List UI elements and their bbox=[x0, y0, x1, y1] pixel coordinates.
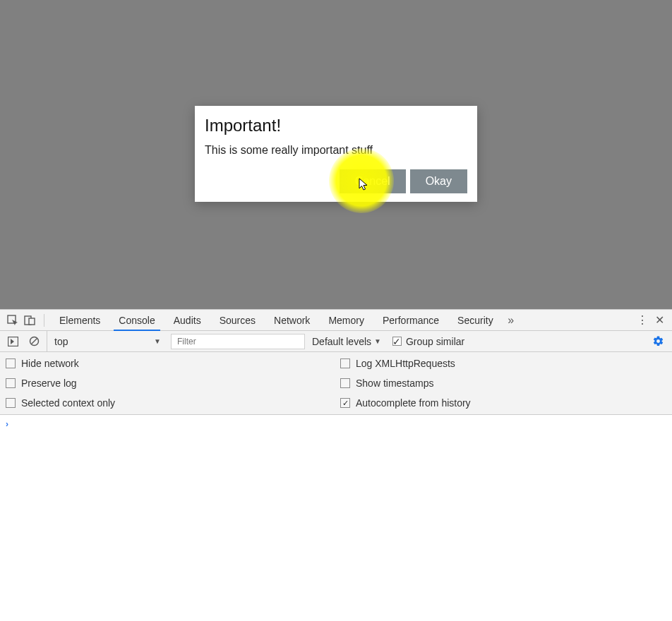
autocomplete-history-label: Autocomplete from history bbox=[356, 397, 471, 409]
filter-input[interactable] bbox=[171, 334, 305, 349]
okay-button[interactable]: Okay bbox=[410, 169, 467, 193]
close-devtools-icon[interactable]: ✕ bbox=[651, 312, 668, 329]
chevron-down-icon: ▼ bbox=[154, 337, 161, 345]
dialog-button-row: Cancel Okay bbox=[205, 169, 467, 193]
context-selector[interactable]: top ▼ bbox=[47, 331, 167, 351]
log-levels-selector[interactable]: Default levels ▼ bbox=[309, 336, 384, 347]
checkbox-icon bbox=[6, 358, 16, 368]
sidebar-toggle-icon[interactable] bbox=[4, 333, 21, 350]
tab-list: Elements Console Audits Sources Network … bbox=[50, 310, 503, 330]
tab-sources[interactable]: Sources bbox=[210, 310, 265, 330]
cancel-button[interactable]: Cancel bbox=[340, 169, 406, 193]
group-similar-label: Group similar bbox=[406, 336, 464, 347]
tab-performance[interactable]: Performance bbox=[373, 310, 448, 330]
tab-console[interactable]: Console bbox=[109, 310, 164, 330]
dialog-body-text: This is some really important stuff bbox=[205, 144, 467, 157]
page-viewport: Important! This is some really important… bbox=[0, 0, 672, 309]
preserve-log-label: Preserve log bbox=[21, 378, 77, 389]
settings-col-right: Log XMLHttpRequests Show timestamps Auto… bbox=[336, 358, 671, 409]
device-toolbar-icon[interactable] bbox=[21, 312, 38, 329]
svg-rect-2 bbox=[29, 318, 35, 325]
checkbox-icon bbox=[340, 378, 350, 388]
log-xhr-label: Log XMLHttpRequests bbox=[356, 358, 455, 369]
modal-dialog: Important! This is some really important… bbox=[195, 106, 477, 202]
dialog-title: Important! bbox=[205, 116, 467, 135]
checkbox-icon bbox=[6, 378, 16, 388]
console-settings-panel: Hide network Preserve log Selected conte… bbox=[0, 352, 672, 415]
tab-memory[interactable]: Memory bbox=[319, 310, 373, 330]
chevron-down-icon: ▼ bbox=[374, 337, 381, 345]
show-timestamps-label: Show timestamps bbox=[356, 378, 433, 389]
checkbox-icon bbox=[340, 358, 350, 368]
console-prompt-icon: › bbox=[6, 419, 8, 429]
checkbox-icon bbox=[340, 398, 350, 408]
tab-security[interactable]: Security bbox=[448, 310, 503, 330]
selected-context-label: Selected context only bbox=[21, 397, 115, 409]
checkbox-icon bbox=[6, 398, 16, 408]
clear-console-icon[interactable] bbox=[25, 333, 42, 350]
console-toolbar: top ▼ Default levels ▼ ✓ Group similar bbox=[0, 331, 672, 352]
autocomplete-history-checkbox[interactable]: Autocomplete from history bbox=[336, 397, 671, 409]
hide-network-label: Hide network bbox=[21, 358, 79, 369]
devtools-panel: Elements Console Audits Sources Network … bbox=[0, 309, 672, 621]
context-selector-value: top bbox=[54, 336, 68, 347]
overflow-tabs-icon[interactable]: » bbox=[503, 312, 520, 329]
console-output[interactable]: › bbox=[0, 415, 672, 621]
show-timestamps-checkbox[interactable]: Show timestamps bbox=[336, 378, 671, 389]
devtools-tabbar: Elements Console Audits Sources Network … bbox=[0, 310, 672, 331]
hide-network-checkbox[interactable]: Hide network bbox=[1, 358, 336, 369]
separator bbox=[44, 314, 44, 327]
checkbox-icon: ✓ bbox=[392, 337, 402, 346]
inspect-element-icon[interactable] bbox=[4, 312, 21, 329]
tab-elements[interactable]: Elements bbox=[50, 310, 109, 330]
svg-line-5 bbox=[31, 339, 37, 344]
console-settings-icon[interactable] bbox=[648, 333, 668, 350]
log-levels-label: Default levels bbox=[312, 336, 371, 347]
group-similar-checkbox[interactable]: ✓ Group similar bbox=[388, 336, 469, 347]
log-xhr-checkbox[interactable]: Log XMLHttpRequests bbox=[336, 358, 671, 369]
tab-network[interactable]: Network bbox=[265, 310, 319, 330]
selected-context-checkbox[interactable]: Selected context only bbox=[1, 397, 336, 409]
preserve-log-checkbox[interactable]: Preserve log bbox=[1, 378, 336, 389]
tab-audits[interactable]: Audits bbox=[164, 310, 210, 330]
kebab-menu-icon[interactable]: ⋮ bbox=[634, 312, 651, 329]
settings-col-left: Hide network Preserve log Selected conte… bbox=[1, 358, 336, 409]
